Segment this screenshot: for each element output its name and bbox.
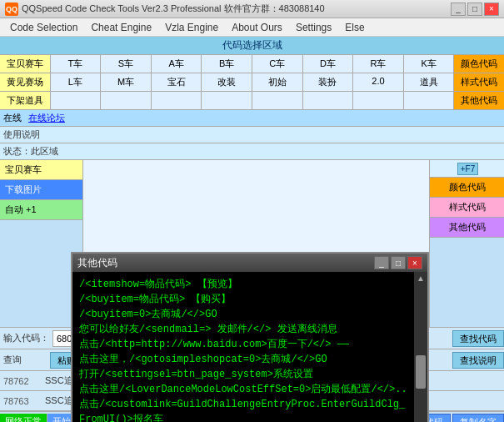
modal-title-bar: 其他代码 _ □ × <box>72 254 427 272</box>
btn-color-code[interactable]: 颜色代码 <box>454 55 504 73</box>
title-bar: QQ QQSpeed Code Check Tools Ver2.3 Profe… <box>0 0 504 18</box>
btn-b-car[interactable]: B车 <box>202 55 252 73</box>
copy-name-button[interactable]: 复制名字 <box>452 414 504 423</box>
btn-c-car[interactable]: C车 <box>252 55 303 73</box>
right-btn-other-code[interactable]: 其他代码 <box>430 218 504 238</box>
right-btn-color-code[interactable]: 颜色代码 <box>430 178 504 198</box>
modal-code-line: 您可以给好友/<sendmail=> 发邮件/</> 发送离线消息 <box>79 322 407 337</box>
btn-prop[interactable]: 道具 <box>404 73 455 91</box>
btn-baobei-car[interactable]: 宝贝赛车 <box>0 55 51 73</box>
btn-modify[interactable]: 改装 <box>202 73 252 91</box>
left-btn-download[interactable]: 下载图片 <box>0 180 82 200</box>
btn-other-code[interactable]: 其他代码 <box>454 92 504 109</box>
forum-link[interactable]: 在线论坛 <box>28 112 65 124</box>
btn-row3-3[interactable] <box>101 92 152 109</box>
network-status: 网络正常 <box>0 414 47 422</box>
btn-row3-2[interactable] <box>51 92 102 109</box>
btn-s-car[interactable]: S车 <box>101 55 152 73</box>
window-controls[interactable]: _ □ × <box>451 3 499 16</box>
btn-m-car[interactable]: M车 <box>101 73 152 91</box>
minimize-button[interactable]: _ <box>451 3 466 16</box>
left-btn-auto[interactable]: 自动 +1 <box>0 200 82 220</box>
menu-about-ours[interactable]: About Ours <box>225 20 289 35</box>
modal-code-line: /<buyitem=物品代码> 【购买】 <box>79 292 407 307</box>
modal-code-line: 点击这里/<LoverDanceModeLowCostEffSet=0>启动最低… <box>79 382 407 397</box>
btn-row3-8[interactable] <box>353 92 404 109</box>
btn-d-car[interactable]: D车 <box>303 55 354 73</box>
result-num-2: 78763 <box>0 396 42 406</box>
title-bar-text: QQ QQSpeed Code Check Tools Ver2.3 Profe… <box>5 3 325 16</box>
hotkey-badge: +F7 <box>430 160 504 178</box>
btn-row-1: 宝贝赛车 T车 S车 A车 B车 C车 D车 R车 K车 颜色代码 <box>0 55 504 73</box>
modal-code-line: /<itemshow=物品代码> 【预览】 <box>79 277 407 292</box>
status-row: 状态：此区域 <box>0 143 504 160</box>
btn-row3-5[interactable] <box>202 92 252 109</box>
btn-k-car[interactable]: K车 <box>404 55 455 73</box>
right-panel: +F7 颜色代码 样式代码 其他代码 <box>429 160 504 327</box>
btn-a-car[interactable]: A车 <box>152 55 202 73</box>
modal-other-code: 其他代码 _ □ × /<itemshow=物品代码> 【预览】/<buyite… <box>71 252 429 422</box>
find-desc-button[interactable]: 查找说明 <box>452 352 504 369</box>
info-row: 使用说明 <box>0 127 504 143</box>
menu-settings[interactable]: Settings <box>289 20 338 35</box>
btn-outfit[interactable]: 装扮 <box>303 73 354 91</box>
modal-code-line: 点击/<http=http://www.baidu.com>百度一下/</> —… <box>79 337 407 352</box>
modal-code-line: 打开/<settingsel=btn_page_system>系统设置 <box>79 367 407 382</box>
btn-r-car[interactable]: R车 <box>353 55 404 73</box>
btn-t-car[interactable]: T车 <box>51 55 102 73</box>
right-btn-style-code[interactable]: 样式代码 <box>430 198 504 218</box>
info-label: 使用说明 <box>3 128 40 141</box>
modal-code-line: 点击/<customlink=GuildChallengeEntryProc.E… <box>79 397 407 422</box>
menu-else[interactable]: Else <box>338 20 371 35</box>
find-code-button[interactable]: 查找代码 <box>452 330 504 347</box>
btn-row3-6[interactable] <box>252 92 303 109</box>
link-prefix: 在线 <box>3 112 22 124</box>
result-num-1: 78762 <box>0 376 42 386</box>
left-btn-baobei[interactable]: 宝贝赛车 <box>0 160 82 180</box>
btn-row3-4[interactable] <box>152 92 202 109</box>
btn-row-3: 下架道具 其他代码 <box>0 92 504 110</box>
modal-maximize[interactable]: □ <box>391 256 406 269</box>
link-row: 在线 在线论坛 <box>0 110 504 127</box>
scroll-up[interactable]: ▲ <box>417 274 425 283</box>
modal-minimize[interactable]: _ <box>374 256 389 269</box>
btn-jewel[interactable]: 宝石 <box>152 73 202 91</box>
modal-code-line: 点击这里，/<gotosimpleshopcat=0>去商城/</>GO <box>79 352 407 367</box>
app-icon: QQ <box>5 3 18 16</box>
btn-yellow-field[interactable]: 黄见赛场 <box>0 73 51 91</box>
maximize-button[interactable]: □ <box>467 3 482 16</box>
btn-row3-9[interactable] <box>404 92 455 109</box>
close-button[interactable]: × <box>484 3 499 16</box>
scroll-thumb[interactable] <box>416 355 426 389</box>
modal-title: 其他代码 <box>77 256 117 270</box>
btn-l-car[interactable]: L车 <box>51 73 102 91</box>
btn-row-2: 黄见赛场 L车 M车 宝石 改装 初始 装扮 2.0 道具 样式代码 <box>0 73 504 92</box>
btn-20[interactable]: 2.0 <box>353 73 404 91</box>
btn-initial[interactable]: 初始 <box>252 73 303 91</box>
code-input-label: 输入代码： <box>0 330 52 346</box>
status-label: 状态：此区域 <box>3 145 58 158</box>
menu-cheat-engine[interactable]: Cheat Engine <box>84 20 158 35</box>
menu-vzla-engine[interactable]: Vzla Engine <box>158 20 225 35</box>
modal-content[interactable]: /<itemshow=物品代码> 【预览】/<buyitem=物品代码> 【购买… <box>72 272 414 422</box>
modal-close[interactable]: × <box>407 256 422 269</box>
menu-bar: Code Selection Cheat Engine Vzla Engine … <box>0 18 504 37</box>
btn-delist-prop[interactable]: 下架道具 <box>0 92 51 109</box>
title-text: QQSpeed Code Check Tools Ver2.3 Professi… <box>22 3 325 15</box>
btn-style-code[interactable]: 样式代码 <box>454 73 504 91</box>
menu-code-selection[interactable]: Code Selection <box>3 20 84 35</box>
modal-code-line: /<buyitem=0>去商城/</>GO <box>79 307 407 322</box>
main-area: 宝贝赛车 下载图片 自动 +1 +F7 颜色代码 <box>0 160 504 327</box>
hotkey-text: +F7 <box>457 163 479 175</box>
section-label: 代码选择区域 <box>0 37 504 55</box>
btn-row3-7[interactable] <box>303 92 354 109</box>
modal-controls[interactable]: _ □ × <box>374 256 422 269</box>
query-label: 查询 <box>0 352 50 368</box>
